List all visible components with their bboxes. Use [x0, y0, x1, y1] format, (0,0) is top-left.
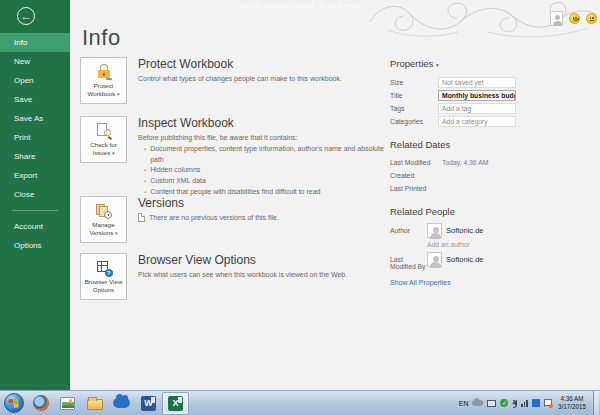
section-heading: Protect Workbook [138, 57, 342, 71]
taskbar-excel-button[interactable]: X [162, 392, 189, 415]
date-row-last-modified: Last Modified Today, 4:36 AM [390, 156, 586, 169]
button-label: Browser View [85, 278, 123, 286]
send-a-smile-button[interactable] [569, 13, 580, 24]
firefox-icon [33, 395, 49, 411]
section-heading: Versions [138, 196, 279, 210]
sidebar-item-account[interactable]: Account [0, 217, 70, 236]
titlebar-account-area [550, 11, 597, 26]
taskbar-file-explorer-button[interactable] [81, 392, 108, 415]
section-heading: Browser View Options [138, 253, 347, 267]
sidebar-item-share[interactable]: Share [0, 147, 70, 166]
size-value: Not saved yet [438, 77, 516, 88]
tray-ime-icon[interactable] [532, 399, 540, 407]
versions-clock-icon [96, 202, 111, 219]
taskbar-onedrive-button[interactable] [108, 392, 135, 415]
date-label: Last Modified [390, 159, 442, 166]
property-label: Size [390, 79, 438, 86]
language-indicator[interactable]: EN [459, 400, 469, 407]
sidebar-divider [12, 210, 58, 211]
tray-action-center-flag-icon[interactable] [544, 399, 551, 407]
manage-versions-button[interactable]: Manage Versions ▾ [80, 196, 127, 243]
system-tray: EN ✓ 4:36 AM 3/17/2015 [459, 391, 600, 415]
check-for-issues-button[interactable]: Check for Issues ▾ [80, 116, 127, 163]
tray-display-icon[interactable] [487, 400, 496, 407]
document-magnifier-icon [97, 122, 111, 139]
author-chip[interactable]: Softonic.de [427, 223, 484, 238]
excel-icon: X [168, 396, 183, 411]
browser-view-options-button[interactable]: ? Browser View Options [80, 253, 127, 300]
button-label: Options [93, 286, 114, 294]
modified-by-name: Softonic.de [446, 255, 484, 264]
section-description: Pick what users can see when this workbo… [138, 270, 347, 279]
dropdown-caret-icon: ▾ [112, 150, 115, 156]
sidebar-item-info[interactable]: Info [0, 33, 70, 52]
sidebar-item-export[interactable]: Export [0, 166, 70, 185]
taskbar-firefox-button[interactable] [27, 392, 54, 415]
spreadsheet-globe-icon: ? [97, 259, 111, 276]
excel-backstage-window: Monthly business budget1 - Excel Preview… [0, 0, 600, 390]
related-people-heading: Related People [390, 206, 586, 217]
list-item: ▪Hidden columns [138, 165, 388, 176]
button-label: Workbook ▾ [88, 90, 120, 98]
windows-logo-icon [4, 393, 24, 413]
categories-field[interactable]: Add a category [438, 116, 516, 127]
folder-icon [87, 399, 103, 410]
person-avatar-icon [427, 223, 442, 238]
sidebar-item-new[interactable]: New [0, 52, 70, 71]
user-avatar-icon[interactable] [550, 11, 563, 26]
property-label: Categories [390, 118, 438, 125]
show-desktop-button[interactable] [593, 391, 599, 415]
tray-network-icon[interactable] [521, 400, 528, 407]
date-row-last-printed: Last Printed [390, 182, 586, 195]
related-dates-heading: Related Dates [390, 139, 586, 150]
dropdown-caret-icon: ▾ [115, 230, 118, 236]
property-row-size: Size Not saved yet [390, 76, 586, 89]
person-avatar-icon [427, 252, 442, 267]
properties-panel: Properties ▾ Size Not saved yet Title Mo… [390, 58, 586, 286]
back-button[interactable]: ← [17, 7, 35, 25]
sidebar-item-options[interactable]: Options [0, 236, 70, 255]
button-label: Protect [94, 82, 114, 90]
properties-dropdown[interactable]: Properties ▾ [390, 58, 586, 69]
browser-view-options-section: ? Browser View Options Browser View Opti… [80, 253, 388, 300]
title-field[interactable]: Monthly business budget [438, 90, 516, 101]
property-label: Tags [390, 105, 438, 112]
word-icon: W [141, 396, 156, 411]
versions-empty-note: There are no previous versions of this f… [149, 214, 279, 221]
tray-volume-icon[interactable] [512, 400, 517, 406]
bullet-icon: ▪ [144, 176, 146, 187]
button-label: Versions ▾ [90, 229, 118, 237]
bullet-icon: ▪ [144, 165, 146, 176]
add-author-field[interactable]: Add an author [427, 241, 586, 248]
taskbar-photo-viewer-button[interactable] [54, 392, 81, 415]
dropdown-caret-icon: ▾ [436, 62, 439, 68]
date-row-created: Created [390, 169, 586, 182]
people-label: Author [390, 223, 427, 234]
protect-workbook-button[interactable]: Protect Workbook ▾ [80, 57, 127, 104]
sidebar-item-save[interactable]: Save [0, 90, 70, 109]
sidebar-item-save-as[interactable]: Save As [0, 109, 70, 128]
start-button[interactable] [0, 392, 27, 415]
section-description: Control what types of changes people can… [138, 74, 342, 83]
tray-security-check-icon[interactable]: ✓ [500, 399, 508, 407]
page-icon [138, 213, 145, 222]
author-row: Author Softonic.de [390, 223, 586, 238]
show-all-properties-link[interactable]: Show All Properties [390, 279, 586, 286]
sidebar-item-print[interactable]: Print [0, 128, 70, 147]
sidebar-item-open[interactable]: Open [0, 71, 70, 90]
modified-by-chip[interactable]: Softonic.de [427, 252, 484, 267]
tray-onedrive-icon[interactable] [472, 400, 483, 406]
sidebar-item-close[interactable]: Close [0, 185, 70, 204]
tags-field[interactable]: Add a tag [438, 103, 516, 114]
author-name: Softonic.de [446, 226, 484, 235]
protect-workbook-section: Protect Workbook ▾ Protect Workbook Cont… [80, 57, 388, 104]
inspect-issues-list: ▪Document properties, content type infor… [138, 144, 388, 197]
button-label: Issues ▾ [92, 149, 114, 157]
button-label: Manage [92, 221, 114, 229]
taskbar-word-button[interactable]: W [135, 392, 162, 415]
date-label: Last Printed [390, 185, 442, 192]
send-a-frown-button[interactable] [586, 13, 597, 24]
people-label: Last Modified By [390, 252, 427, 270]
taskbar-clock[interactable]: 4:36 AM 3/17/2015 [555, 395, 589, 410]
property-row-title: Title Monthly business budget [390, 89, 586, 102]
